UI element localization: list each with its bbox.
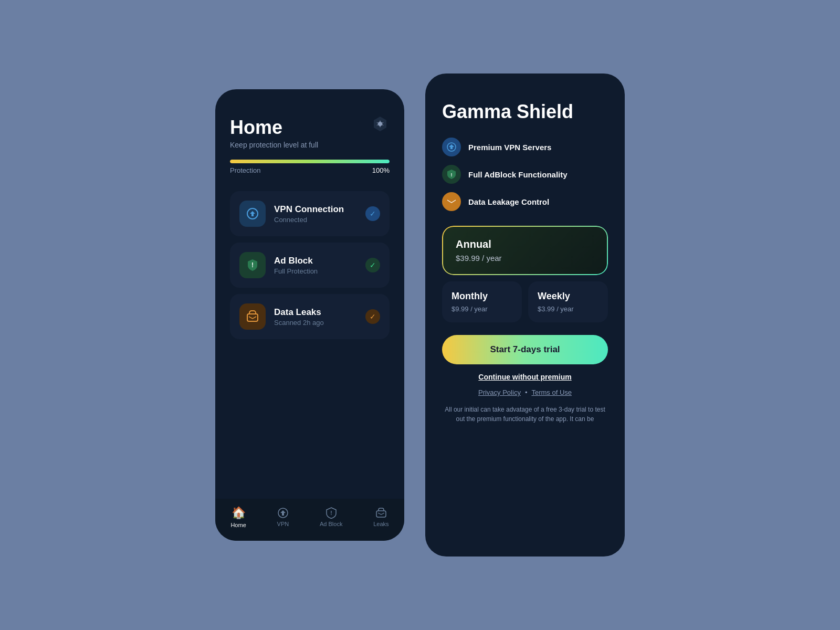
page-title: Home [230,117,390,139]
adblock-badge: ! [442,165,461,184]
start-trial-button[interactable]: Start 7-days trial [442,335,608,364]
progress-value: 100% [372,166,390,174]
pricing-section: Annual $39.99 / year Monthly $9.99 / yea… [442,226,608,322]
svg-rect-6 [376,511,386,517]
feature-cards-list: VPN Connection Connected ✓ ! Ad Block Fu… [230,191,390,488]
adblock-feature-label: Full AdBlock Functionality [468,170,568,179]
svg-rect-3 [247,314,258,321]
feature-row-adblock: ! Full AdBlock Functionality [442,165,608,184]
legal-links: Privacy Policy • Terms of Use [442,388,608,396]
leaks-nav-icon [375,507,387,519]
vpn-badge [442,138,461,156]
vpn-title: VPN Connection [274,204,357,215]
nav-leaks-label: Leaks [373,521,388,527]
dataleaks-check: ✓ [365,309,380,324]
left-phone-content: Home Keep protection level at full Prote… [215,89,404,499]
progress-labels: Protection 100% [230,166,390,174]
svg-text:!: ! [330,510,332,516]
adblock-check: ✓ [365,258,380,272]
continue-without-premium-link[interactable]: Continue without premium [442,373,608,381]
features-list: Premium VPN Servers ! Full AdBlock Funct… [442,138,608,211]
pricing-row: Monthly $9.99 / year Weekly $3.99 / year [442,281,608,322]
adblock-card[interactable]: ! Ad Block Full Protection ✓ [230,243,390,288]
vpn-feature-label: Premium VPN Servers [468,143,551,152]
nav-adblock[interactable]: ! Ad Block [320,507,342,527]
vpn-check: ✓ [365,206,380,221]
right-phone-content: Gamma Shield Premium VPN Servers ! [425,74,625,556]
adblock-subtitle: Full Protection [274,267,357,275]
adblock-title: Ad Block [274,256,357,266]
vpn-subtitle: Connected [274,216,357,224]
vpn-icon-wrap [239,201,266,227]
dataleaks-feature-label: Data Leakage Control [468,197,549,206]
nav-leaks[interactable]: Leaks [373,507,388,527]
adblock-text: Ad Block Full Protection [274,256,357,275]
dataleaks-subtitle: Scanned 2h ago [274,319,357,327]
bottom-nav: 🏠 Home VPN ! Ad Block Leaks [215,499,404,541]
vpn-nav-icon [277,507,289,519]
progress-label: Protection [230,166,261,174]
feature-row-vpn: Premium VPN Servers [442,138,608,156]
monthly-plan-price: $9.99 / year [452,305,512,313]
weekly-plan-name: Weekly [538,291,598,302]
adblock-icon-wrap: ! [239,252,266,278]
dataleaks-title: Data Leaks [274,307,357,318]
terms-of-use-link[interactable]: Terms of Use [531,388,572,396]
nav-home-label: Home [230,522,246,528]
svg-rect-9 [447,199,456,205]
dataleaks-card[interactable]: Data Leaks Scanned 2h ago ✓ [230,294,390,339]
adblock-nav-icon: ! [326,507,337,519]
settings-button[interactable] [371,114,390,133]
monthly-plan-name: Monthly [452,291,512,302]
fine-print: All our initial can take advatage of a f… [442,405,608,424]
monthly-pricing-card[interactable]: Monthly $9.99 / year [442,281,522,322]
weekly-plan-price: $3.99 / year [538,305,598,313]
dataleaks-text: Data Leaks Scanned 2h ago [274,307,357,327]
home-icon: 🏠 [232,506,246,520]
annual-plan-name: Annual [456,238,594,250]
feature-row-dataleaks: Data Leakage Control [442,192,608,211]
svg-text:!: ! [451,172,453,177]
progress-bar-fill [230,160,390,163]
privacy-policy-link[interactable]: Privacy Policy [478,388,521,396]
svg-text:!: ! [251,261,254,269]
legal-dot: • [525,388,528,396]
protection-progress: Protection 100% [230,160,390,174]
nav-vpn[interactable]: VPN [277,507,289,527]
nav-adblock-label: Ad Block [320,521,342,527]
nav-home[interactable]: 🏠 Home [230,506,246,528]
dataleaks-icon-wrap [239,303,266,330]
annual-pricing-card[interactable]: Annual $39.99 / year [442,226,608,275]
nav-vpn-label: VPN [277,521,289,527]
settings-icon [371,114,390,133]
vpn-text: VPN Connection Connected [274,204,357,224]
brand-title: Gamma Shield [442,101,608,123]
progress-bar-bg [230,160,390,163]
left-phone: Home Keep protection level at full Prote… [215,89,404,541]
annual-plan-price: $39.99 / year [456,254,594,262]
page-subtitle: Keep protection level at full [230,141,390,149]
right-phone: Gamma Shield Premium VPN Servers ! [425,74,625,556]
weekly-pricing-card[interactable]: Weekly $3.99 / year [528,281,608,322]
dataleaks-badge [442,192,461,211]
vpn-card[interactable]: VPN Connection Connected ✓ [230,191,390,236]
